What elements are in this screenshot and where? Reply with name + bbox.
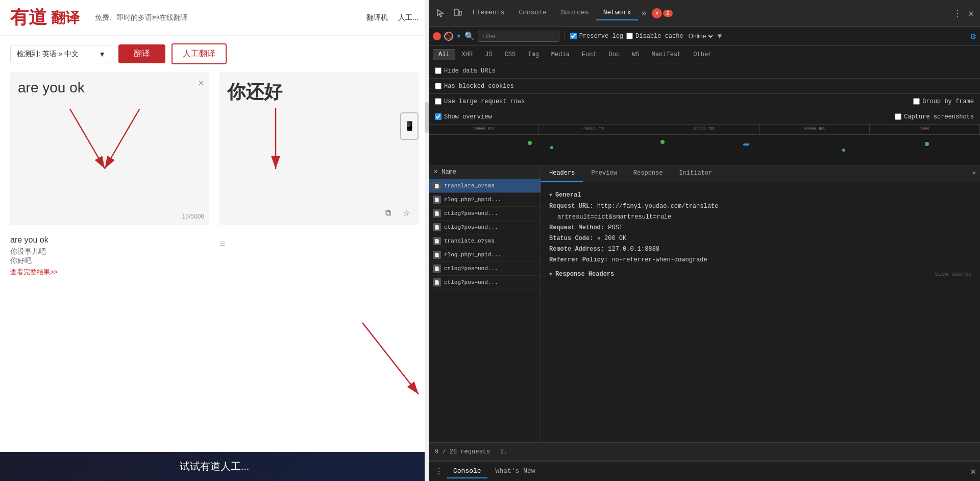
request-item-7[interactable]: 📄 ctlog?pos=und... — [429, 276, 541, 290]
filter-ws[interactable]: WS — [626, 49, 645, 60]
whats-new-tab-btn[interactable]: What's New — [489, 465, 542, 478]
has-blocked-cookies-label[interactable]: Has blocked cookies — [435, 83, 514, 90]
ruler-mark-8000: 8000 ms — [760, 125, 870, 134]
use-large-rows-checkbox[interactable] — [435, 98, 442, 105]
nav-human[interactable]: 人工... — [398, 13, 419, 22]
network-main: × Name 📄 translate_o?sma 📄 rlog.php?_npi… — [429, 165, 980, 442]
filter-manifest[interactable]: Manifest — [646, 49, 687, 60]
svg-rect-8 — [459, 11, 461, 15]
has-blocked-cookies-checkbox[interactable] — [435, 83, 442, 89]
view-source-link[interactable]: view source — [935, 271, 972, 277]
network-settings-icon[interactable]: ⚙ — [970, 31, 976, 42]
filter-doc[interactable]: Doc — [603, 49, 626, 60]
console-close-icon[interactable]: ✕ — [970, 466, 976, 477]
element-picker-icon[interactable] — [433, 5, 449, 21]
group-by-frame-checkbox[interactable] — [913, 98, 920, 105]
hide-data-urls-label[interactable]: Hide data URLs — [435, 67, 496, 75]
detail-tabs-more[interactable]: » — [968, 165, 980, 182]
group-by-frame-label[interactable]: Group by frame — [913, 98, 974, 105]
capture-screenshots-checkbox[interactable] — [895, 113, 901, 120]
request-item-6[interactable]: 📄 ctlog?pos=und... — [429, 262, 541, 276]
preserve-log-label[interactable]: Preserve log — [570, 33, 623, 40]
device-toolbar-icon[interactable] — [449, 5, 465, 21]
request-item-3[interactable]: 📄 ctlog?pos=und... — [429, 221, 541, 234]
char-count: 10/5000 — [182, 213, 204, 220]
request-item-0[interactable]: 📄 translate_o?sma — [429, 179, 541, 193]
preserve-log-checkbox[interactable] — [570, 33, 577, 39]
filter-all[interactable]: All — [433, 49, 455, 60]
request-url-value: http://fanyi.youdao.com/translate — [597, 203, 719, 210]
more-tabs-icon[interactable]: » — [638, 8, 650, 18]
filter-input[interactable] — [478, 31, 559, 42]
request-method-val: POST — [608, 224, 623, 231]
filter-css[interactable]: CSS — [499, 49, 522, 60]
show-overview-checkbox[interactable] — [435, 113, 442, 120]
left-scrollbar[interactable] — [425, 0, 429, 481]
request-item-2[interactable]: 📄 ctlog?pos=und... — [429, 207, 541, 221]
translate-button[interactable]: 翻译 — [118, 44, 165, 63]
see-more-link[interactable]: 查看完整结果>> — [10, 268, 209, 277]
detail-tab-headers[interactable]: Headers — [541, 165, 583, 182]
capture-screenshots-label[interactable]: Capture screenshots — [895, 113, 974, 121]
request-item-5[interactable]: 📄 rlog.php?_npid... — [429, 248, 541, 262]
response-headers-label: Response Headers — [555, 271, 614, 278]
tab-elements[interactable]: Elements — [465, 6, 511, 20]
filter-xhr[interactable]: XHR — [456, 49, 479, 60]
tab-network[interactable]: Network — [596, 6, 639, 20]
scrollbar-thumb[interactable] — [425, 102, 429, 133]
req-icon-4: 📄 — [433, 237, 441, 245]
devtools-close-button[interactable]: ✕ — [966, 8, 976, 19]
bottom-banner: 试试有道人工... — [0, 452, 429, 481]
language-selector[interactable]: 检测到: 英语 » 中文 ▼ — [10, 45, 112, 63]
general-section-title[interactable]: ▼ General — [549, 191, 972, 199]
svg-line-6 — [362, 323, 419, 394]
tab-sources[interactable]: Sources — [554, 6, 596, 20]
devtools-settings-icon[interactable]: ⋮ — [949, 8, 966, 19]
hide-data-urls-checkbox[interactable] — [435, 67, 442, 74]
detail-tab-preview[interactable]: Preview — [583, 165, 625, 182]
filter-font[interactable]: Font — [576, 49, 602, 60]
dict-source: are you ok — [10, 235, 209, 245]
star-icon[interactable]: ☆ — [399, 206, 413, 220]
filter-other[interactable]: Other — [688, 49, 717, 60]
filter-icon[interactable]: ▾ — [456, 31, 461, 41]
request-stats: 9 / 28 requests — [435, 448, 490, 455]
detail-tab-response[interactable]: Response — [625, 165, 671, 182]
console-tab-btn[interactable]: Console — [447, 465, 487, 478]
filter-media[interactable]: Media — [546, 49, 575, 60]
clear-button[interactable]: 🚫 — [444, 32, 453, 41]
close-input-icon[interactable]: × — [198, 77, 204, 89]
nav-machine[interactable]: 翻译机 — [366, 13, 388, 22]
use-large-rows-label[interactable]: Use large request rows — [435, 98, 525, 105]
list-icon[interactable]: ≡ — [219, 238, 226, 250]
request-item-1[interactable]: 📄 rlog.php?_npid... — [429, 193, 541, 207]
filter-js[interactable]: JS — [479, 49, 498, 60]
response-headers-section-title[interactable]: ▼ Response Headers view source — [549, 271, 972, 278]
show-overview-label[interactable]: Show overview — [435, 113, 492, 121]
console-drag-icon[interactable]: ⋮ — [433, 466, 445, 476]
human-translate-button[interactable]: 人工翻译 — [172, 43, 227, 64]
throttle-select[interactable]: Online — [687, 32, 715, 40]
disable-cache-text: Disable cache — [635, 33, 683, 40]
input-text: are you ok — [18, 80, 85, 95]
disable-cache-checkbox[interactable] — [626, 33, 633, 39]
svg-rect-7 — [454, 9, 458, 16]
filter-img[interactable]: Img — [522, 49, 545, 60]
req-name-5: rlog.php?_npid... — [444, 252, 501, 258]
error-close-btn[interactable]: ✕ — [652, 8, 662, 18]
tab-console[interactable]: Console — [511, 6, 554, 20]
copy-icon[interactable]: ⧉ — [381, 206, 395, 220]
timeline-dot-5 — [925, 142, 929, 146]
request-item-4[interactable]: 📄 translate_o?sma — [429, 234, 541, 248]
search-button[interactable]: 🔍 — [464, 31, 475, 41]
transfer-size: 2. — [500, 448, 507, 455]
youdao-panel: 有道 翻译 免费、即时的多语种在线翻译 翻译机 人工... 检测到: 英语 » … — [0, 0, 429, 481]
req-name-7: ctlog?pos=und... — [444, 279, 498, 285]
input-box[interactable]: are you ok × 10/5000 — [10, 72, 209, 225]
disable-cache-label[interactable]: Disable cache — [626, 33, 683, 40]
record-button[interactable] — [433, 32, 441, 40]
show-overview-text: Show overview — [444, 113, 492, 121]
logo: 有道 翻译 — [10, 5, 80, 30]
group-by-frame-text: Group by frame — [922, 98, 974, 105]
detail-tab-initiator[interactable]: Initiator — [671, 165, 720, 182]
